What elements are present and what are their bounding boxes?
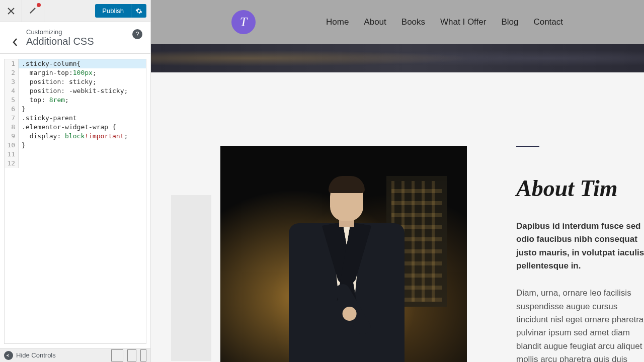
publish-group: Publish bbox=[95, 4, 146, 18]
hide-controls-label: Hide Controls bbox=[16, 351, 56, 359]
nav-link-contact[interactable]: Contact bbox=[533, 17, 563, 27]
person-figure bbox=[271, 171, 422, 362]
code-line[interactable]: 1.sticky-column{ bbox=[5, 59, 146, 68]
site-preview: T HomeAboutBooksWhat I OfferBlogContact … bbox=[151, 0, 644, 362]
line-number: 4 bbox=[5, 86, 19, 96]
decorative-side-box bbox=[171, 195, 211, 361]
line-number: 11 bbox=[5, 150, 19, 159]
nav-link-home[interactable]: Home bbox=[326, 17, 349, 27]
code-line[interactable]: 11 bbox=[5, 150, 146, 159]
divider bbox=[516, 146, 539, 147]
code-content[interactable]: display: block!important; bbox=[19, 132, 146, 141]
close-button[interactable] bbox=[0, 0, 22, 22]
code-line[interactable]: 8.elementor-widget-wrap { bbox=[5, 123, 146, 132]
close-icon bbox=[8, 8, 15, 15]
code-content[interactable]: .elementor-widget-wrap { bbox=[19, 123, 146, 132]
code-content[interactable]: position: -webkit-sticky; bbox=[19, 86, 146, 96]
code-content[interactable]: } bbox=[19, 141, 146, 150]
page-content: About Tim Dapibus id interdum fusce sed … bbox=[151, 72, 644, 362]
line-number: 1 bbox=[5, 59, 19, 68]
code-line[interactable]: 5 top: 8rem; bbox=[5, 96, 146, 105]
code-content[interactable]: } bbox=[19, 105, 146, 114]
line-number: 7 bbox=[5, 114, 19, 123]
section-header: Customizing Additional CSS ? bbox=[0, 22, 150, 54]
nav-link-blog[interactable]: Blog bbox=[501, 17, 518, 27]
line-number: 5 bbox=[5, 96, 19, 105]
unsaved-indicator-icon bbox=[37, 3, 41, 7]
line-number: 9 bbox=[5, 132, 19, 141]
customizer-panel: Publish Customizing Additional CSS ? 1.s… bbox=[0, 0, 151, 362]
device-desktop-button[interactable] bbox=[111, 349, 123, 361]
code-line[interactable]: 6} bbox=[5, 105, 146, 114]
chevron-left-icon bbox=[12, 38, 18, 47]
brush-icon bbox=[29, 7, 37, 15]
line-number: 12 bbox=[5, 159, 19, 168]
publish-button[interactable]: Publish bbox=[95, 4, 131, 18]
device-mobile-button[interactable] bbox=[140, 349, 146, 361]
about-text-column: About Tim Dapibus id interdum fusce sed … bbox=[516, 146, 644, 362]
nav-link-what-i-offer[interactable]: What I Offer bbox=[440, 17, 486, 27]
eye-icon bbox=[6, 353, 11, 358]
hero-image-band bbox=[151, 44, 644, 72]
code-content[interactable]: margin-top:100px; bbox=[19, 68, 146, 77]
about-heading: About Tim bbox=[516, 175, 644, 202]
site-header: T HomeAboutBooksWhat I OfferBlogContact bbox=[151, 0, 644, 44]
code-line[interactable]: 3 position: sticky; bbox=[5, 77, 146, 86]
code-line[interactable]: 2 margin-top:100px; bbox=[5, 68, 146, 77]
code-line[interactable]: 4 position: -webkit-sticky; bbox=[5, 86, 146, 96]
primary-nav: HomeAboutBooksWhat I OfferBlogContact bbox=[326, 17, 563, 27]
back-button[interactable] bbox=[8, 28, 22, 47]
section-subtitle: Customizing bbox=[26, 28, 132, 36]
line-number: 2 bbox=[5, 68, 19, 77]
nav-link-books[interactable]: Books bbox=[401, 17, 425, 27]
code-content[interactable]: top: 8rem; bbox=[19, 96, 146, 105]
code-content[interactable]: position: sticky; bbox=[19, 77, 146, 86]
customizer-footer: Hide Controls bbox=[0, 348, 150, 362]
code-content[interactable] bbox=[19, 150, 146, 159]
hide-controls-button[interactable] bbox=[4, 351, 13, 360]
brush-button[interactable] bbox=[22, 0, 44, 22]
line-number: 8 bbox=[5, 123, 19, 132]
code-content[interactable]: .sticky-column{ bbox=[19, 59, 146, 68]
css-editor[interactable]: 1.sticky-column{2 margin-top:100px;3 pos… bbox=[4, 59, 146, 344]
section-title: Additional CSS bbox=[26, 36, 132, 47]
code-line[interactable]: 10} bbox=[5, 141, 146, 150]
about-lead: Dapibus id interdum fusce sed odio fauci… bbox=[516, 220, 644, 273]
customizer-topbar: Publish bbox=[0, 0, 150, 22]
line-number: 3 bbox=[5, 77, 19, 86]
line-number: 6 bbox=[5, 105, 19, 114]
site-logo[interactable]: T bbox=[231, 10, 256, 34]
about-photo bbox=[220, 146, 467, 362]
gear-icon bbox=[135, 8, 142, 15]
line-number: 10 bbox=[5, 141, 19, 150]
publish-settings-button[interactable] bbox=[131, 4, 146, 18]
about-body: Diam, urna, ornare leo facilisis suspend… bbox=[516, 287, 644, 362]
code-line[interactable]: 7.sticky-parent bbox=[5, 114, 146, 123]
code-content[interactable] bbox=[19, 159, 146, 168]
device-tablet-button[interactable] bbox=[127, 349, 136, 361]
nav-link-about[interactable]: About bbox=[364, 17, 386, 27]
help-icon: ? bbox=[136, 31, 139, 38]
code-content[interactable]: .sticky-parent bbox=[19, 114, 146, 123]
help-button[interactable]: ? bbox=[132, 29, 142, 39]
code-line[interactable]: 9 display: block!important; bbox=[5, 132, 146, 141]
code-line[interactable]: 12 bbox=[5, 159, 146, 168]
